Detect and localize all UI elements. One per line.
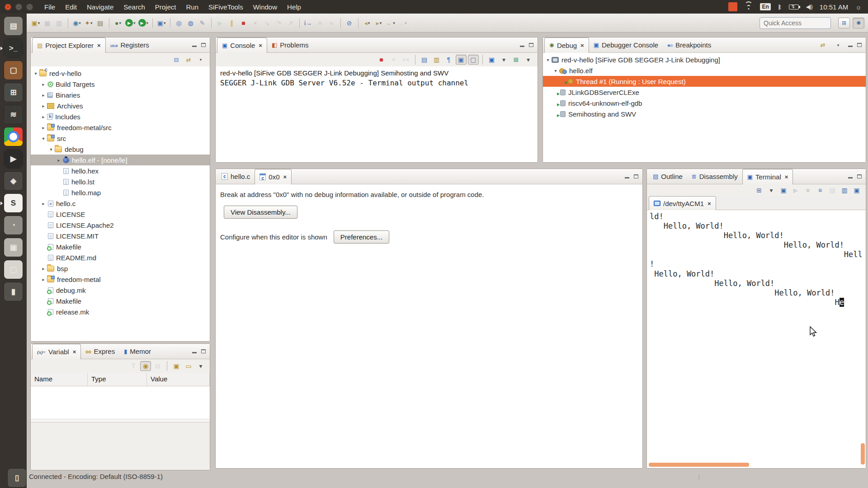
tree-item-hello-elf[interactable]: ▸ hello.elf - [none/le] [31,155,210,165]
variables-detail-pane[interactable] [31,422,210,470]
show-console-on-output-button[interactable]: ▢ [468,55,479,65]
clear-console-button[interactable]: ▤ [419,55,430,65]
instruction-stepping-button[interactable]: i→ [303,17,314,29]
maximize-view-button[interactable] [634,174,638,178]
tab-registers[interactable]: Registers [106,38,154,52]
tree-row[interactable]: ▾ src [31,133,210,144]
terminal-horizontal-scrollbar-thumb[interactable] [649,463,749,467]
back-button[interactable]: ← ▾ [385,17,396,29]
tree-row[interactable]: debug.mk [31,285,210,296]
open-terminal-menu[interactable]: ▾ [766,185,777,195]
tree-row[interactable]: ▸ Binaries [31,89,210,100]
window-maximize-button[interactable]: □ [26,4,33,10]
clock[interactable]: 10:51 AM [820,3,848,11]
close-tab-icon[interactable]: × [259,42,262,49]
tree-row[interactable]: LICENSE.MIT [31,230,210,241]
expand-arrow[interactable]: ▾ [33,71,39,76]
minimize-view-button[interactable] [848,46,853,47]
link-with-editor-button[interactable]: ⇄ [183,55,194,65]
toolbar-button[interactable] [109,18,109,28]
close-tab-icon[interactable]: × [708,200,711,207]
build-all-button[interactable]: ▤ [95,17,106,29]
volume-icon[interactable]: ◀)) [806,4,812,10]
launcher-terminal[interactable]: >_ [4,38,23,58]
tab-memory[interactable]: Memor [119,344,156,359]
resume-button[interactable]: ▶ [215,17,226,29]
minimize-view-button[interactable] [848,177,853,178]
tree-row[interactable]: hello.lst [31,176,210,187]
minimize-view-button[interactable] [520,46,524,47]
column-value[interactable]: Value [147,373,210,386]
launcher-disks[interactable]: ◔ [4,216,23,235]
open-terminal-button[interactable]: ⊞ [754,185,764,195]
minimize-view-button[interactable] [625,177,629,178]
wifi-icon[interactable] [745,4,753,9]
variables-view-menu[interactable]: ▾ [195,361,206,371]
expand-arrow[interactable]: ▸ [40,277,47,282]
expand-arrow[interactable]: ▸ [40,125,47,130]
toolbar-button[interactable] [299,18,300,28]
tree-row[interactable]: Makefile [31,241,210,252]
debug-button[interactable]: ● ▾ [113,17,123,29]
next-annotation-button[interactable]: ▸ ▾ [373,17,384,29]
tab-disassembly[interactable]: Disassembly [687,169,742,184]
tab-debugger-console[interactable]: Debugger Console [589,38,663,52]
show-type-names-button[interactable]: T [128,361,139,371]
tree-row[interactable]: ▾ red-v-hello [31,68,210,79]
maximize-view-button[interactable] [857,174,862,178]
expand-arrow[interactable]: ▸ [40,82,47,87]
remove-all-terminated-button[interactable]: ×× [401,55,411,65]
debug-tree-row[interactable]: ▾ red-v-hello [SiFive GDB SEGGER J-Link … [543,54,866,65]
new-cpp-button[interactable]: ▣ ▾ [156,17,167,29]
pin-terminal-button[interactable]: ▣ [851,185,862,195]
tree-row[interactable]: README.md [31,252,210,263]
menu-help[interactable]: Help [282,0,306,14]
expand-arrow[interactable]: ▸ [40,114,47,119]
battery-icon[interactable] [789,5,799,9]
debug-tree-row[interactable]: ▾ hello.elf [543,65,866,76]
tab-dev-ttyacm1[interactable]: /dev/ttyACM1 × [649,196,716,210]
collapse-all-button[interactable]: ⊟ [171,55,182,65]
detach-variables-button[interactable]: ▭ [183,361,194,371]
open-perspective-button[interactable]: ⊞ [838,18,850,28]
tab-debug[interactable]: Debug × [544,38,589,53]
tab-console[interactable]: Console × [217,38,267,53]
expand-arrow[interactable]: ▸ [40,266,47,271]
launcher-trash[interactable]: ▯ [7,468,27,488]
scroll-lock-terminal-button[interactable]: ▥ [839,185,850,195]
skip-breakpoints-button[interactable]: ⊘ [344,17,355,29]
tab-variables[interactable]: Variabl × [32,344,81,359]
tree-row[interactable]: ▸ bsp [31,263,210,274]
close-tab-icon[interactable]: × [580,42,584,49]
tree-row[interactable]: ▸ Includes [31,111,210,122]
word-wrap-button[interactable]: ¶ [443,55,454,65]
open-console-menu[interactable]: ▾ [523,55,534,65]
trace-button[interactable]: ≈ [326,17,337,29]
launcher-software[interactable]: ▣ [4,238,23,257]
view-disassembly-button[interactable]: View Disassembly... [224,206,297,219]
terminal-vertical-scrollbar-thumb[interactable] [861,443,865,465]
connect-terminal-button[interactable]: ▶ [790,185,801,195]
terminate-console-button[interactable]: ■ [376,55,387,65]
tab-terminal[interactable]: Terminal × [742,169,793,184]
toolbar-button[interactable] [170,18,170,28]
toolbar-button[interactable] [68,18,68,28]
flash-target-button[interactable]: ◉ ▾ [71,17,82,29]
tree-row[interactable]: hello.map [31,187,210,198]
close-tab-icon[interactable]: × [283,174,287,180]
pin-console-button[interactable]: ▣ [456,55,467,65]
debug-tree-row[interactable]: riscv64-unknown-elf-gdb [543,98,866,108]
debug-view-menu-button[interactable]: ⇄ [817,39,828,51]
terminal-output[interactable]: ld! Hello, World! Hello, World! Hello, W… [647,210,866,468]
resize-gripper[interactable]: ⋮ [696,474,703,480]
menu-project[interactable]: Project [150,0,181,14]
close-tab-icon[interactable]: × [97,42,101,49]
tree-row[interactable]: hello.hex [31,165,210,176]
launcher-office[interactable]: ▢ [4,260,23,279]
run-button[interactable]: ▶ ▾ [124,17,137,29]
console-toolbar-button[interactable] [415,55,415,65]
toolbar-button[interactable] [152,18,153,28]
maximize-view-button[interactable] [857,43,862,47]
expand-arrow[interactable]: ▸ [40,93,47,98]
disconnect-terminal-button[interactable]: ■ [802,185,813,195]
